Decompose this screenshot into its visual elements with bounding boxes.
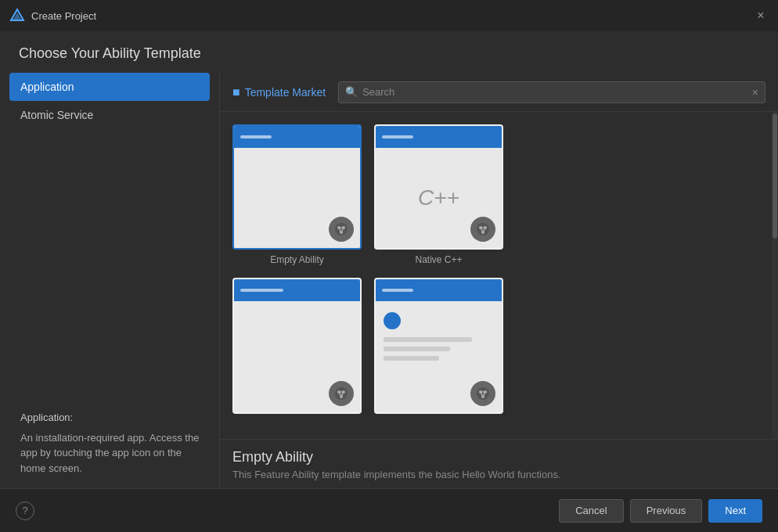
card-header-1: [234, 126, 360, 148]
card-header-2: [376, 126, 502, 148]
template-market-icon: ■: [232, 85, 240, 99]
scrollbar-thumb: [773, 113, 777, 239]
sidebar-item-application[interactable]: Application: [9, 73, 210, 101]
footer-buttons: Cancel Previous Next: [559, 499, 762, 523]
scrollbar[interactable]: [772, 112, 778, 439]
card-header-3: [234, 279, 360, 301]
card-dot-circle: [384, 312, 401, 329]
badge-icon-3: [333, 386, 349, 401]
sidebar: Application Atomic Service Application: …: [0, 73, 219, 488]
card-header-4: [376, 279, 502, 301]
next-button[interactable]: Next: [708, 499, 762, 523]
create-project-dialog: Create Project × Choose Your Ability Tem…: [0, 0, 778, 532]
dialog-heading: Choose Your Ability Template: [0, 31, 778, 73]
templates-area: Empty Ability C++: [220, 112, 778, 439]
card-badge-4: [470, 381, 495, 406]
sidebar-desc-title: Application:: [20, 410, 208, 426]
help-button[interactable]: ?: [16, 501, 34, 520]
title-bar: Create Project ×: [0, 0, 778, 31]
card-badge-1: [329, 217, 354, 242]
badge-icon-4: [475, 386, 491, 401]
card-header-line-2: [382, 135, 413, 138]
dialog-footer: ? Cancel Previous Next: [0, 488, 778, 532]
search-box: 🔍 ×: [338, 81, 765, 103]
close-button[interactable]: ×: [753, 8, 769, 23]
card-badge-2: [470, 217, 495, 242]
card-header-line-4: [382, 289, 413, 292]
previous-button[interactable]: Previous: [630, 499, 703, 523]
template-market-label: ■ Template Market: [232, 85, 326, 99]
selected-template-title: Empty Ability: [232, 449, 765, 466]
template-card-empty-ability-2[interactable]: [232, 278, 362, 414]
template-card-native-cpp[interactable]: C++: [374, 124, 503, 250]
template-label-1: Empty Ability: [270, 250, 324, 265]
cpp-label: C++: [418, 185, 459, 210]
search-icon: 🔍: [345, 86, 358, 98]
template-wrapper-empty-ability-2: [232, 278, 362, 419]
main-header: ■ Template Market 🔍 ×: [220, 73, 778, 112]
content-line-2: [384, 347, 450, 351]
app-logo-icon: [9, 8, 25, 23]
template-wrapper-native-cpp: C++: [374, 124, 503, 265]
cancel-button[interactable]: Cancel: [559, 499, 623, 523]
templates-grid: Empty Ability C++: [220, 112, 772, 439]
badge-icon-2: [475, 221, 491, 237]
dialog-body: Application Atomic Service Application: …: [0, 73, 778, 488]
card-header-line-1: [240, 135, 272, 138]
template-card-empty-ability-1[interactable]: [232, 124, 362, 250]
card-body-3: [234, 301, 360, 412]
template-label-2: Native C++: [415, 250, 462, 265]
card-body-4: [376, 301, 502, 412]
card-header-line-3: [240, 289, 283, 292]
template-info: Empty Ability This Feature Ability templ…: [220, 439, 778, 488]
template-wrapper-list-ability: [374, 278, 503, 419]
badge-icon-1: [333, 221, 349, 237]
search-input[interactable]: [362, 86, 747, 98]
template-wrapper-empty-ability-1: Empty Ability: [232, 124, 362, 265]
title-bar-left: Create Project: [9, 8, 96, 23]
footer-left: ?: [16, 501, 34, 520]
sidebar-description: Application: An installation-required ap…: [9, 401, 219, 488]
selected-template-desc: This Feature Ability template implements…: [232, 469, 765, 480]
template-card-list-ability[interactable]: [374, 278, 503, 414]
card-body-1: [234, 148, 360, 248]
content-line-3: [384, 356, 439, 361]
template-market-text: Template Market: [245, 86, 326, 99]
card-badge-3: [329, 381, 354, 406]
content-line-1: [384, 337, 472, 342]
main-content: ■ Template Market 🔍 ×: [219, 73, 778, 488]
dialog-title: Create Project: [31, 10, 96, 22]
card-body-2: C++: [376, 148, 502, 248]
sidebar-item-atomic-service[interactable]: Atomic Service: [9, 101, 210, 129]
sidebar-desc-text: An installation-required app. Access the…: [20, 432, 199, 474]
search-clear-icon[interactable]: ×: [752, 86, 758, 99]
